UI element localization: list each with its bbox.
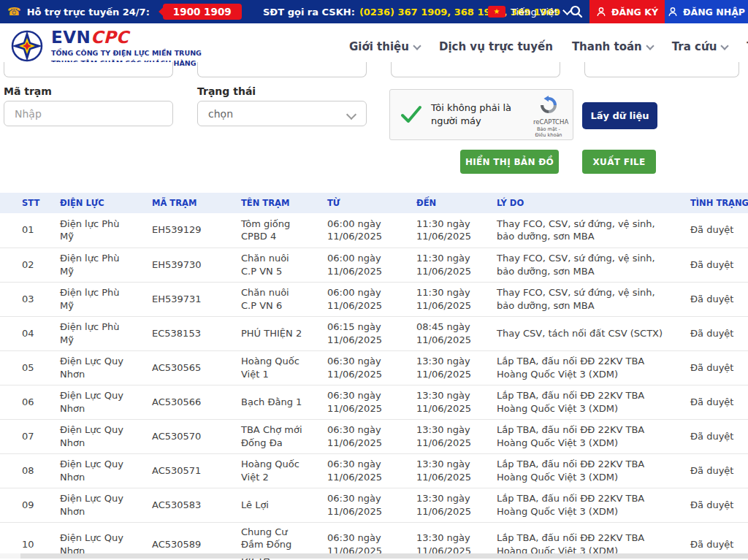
station-code-input[interactable]: Nhập xyxy=(4,101,173,126)
support-label: Hỗ trợ trực tuyến 24/7: xyxy=(27,7,150,18)
table-cell: Đã duyệt xyxy=(677,282,748,316)
register-button[interactable]: ĐĂNG KÝ xyxy=(589,0,665,23)
topbar-support: ☎ Hỗ trợ trực tuyến 24/7: 1900 1909 xyxy=(0,4,242,20)
table-header-row: STTĐIỆN LỰCMÃ TRẠMTÊN TRẠMTỪĐẾNLÝ DOTÌNH… xyxy=(0,193,748,213)
table-row: 02Điện lực Phù MỹEH539730Chăn nuôi C.P V… xyxy=(0,248,748,282)
org-line1: TỔNG CÔNG TY ĐIỆN LỰC MIỀN TRUNG xyxy=(51,48,202,58)
table-cell: Đã duyệt xyxy=(677,248,748,282)
table-cell: 09 xyxy=(0,488,47,522)
table-cell: 06:30 ngày 11/06/2025 xyxy=(314,385,403,419)
column-header: LÝ DO xyxy=(484,193,677,213)
topbar: ☎ Hỗ trợ trực tuyến 24/7: 1900 1909 SĐT … xyxy=(0,0,748,23)
table-cell: 06:00 ngày 11/06/2025 xyxy=(314,282,403,316)
nav-item[interactable]: Giới thiệu xyxy=(349,40,420,53)
table-row: 08Điện Lực Quy NhơnAC530571Hoàng Quốc Vi… xyxy=(0,453,748,488)
evn-star-icon xyxy=(10,29,44,63)
table-cell: Bạch Đằng 1 xyxy=(228,385,314,419)
table-cell: 13:30 ngày 11/06/2025 xyxy=(403,419,484,453)
clipped-input-4[interactable] xyxy=(584,62,739,77)
table-cell: Chăn nuôi C.P VN 5 xyxy=(228,248,314,282)
table-cell: 07 xyxy=(0,419,47,453)
table-cell: Hoàng Quốc Việt 1 xyxy=(228,350,314,385)
table-cell: Điện Lực Quy Nhơn xyxy=(47,350,139,385)
login-label: ĐĂNG NHẬP xyxy=(683,7,745,18)
table-cell: Thay FCO, CSV, sứ đứng, vệ sinh, bảo dưỡ… xyxy=(484,282,677,316)
table-row: 01Điện lực Phù MỹEH539129Tôm giống CPBD … xyxy=(0,213,748,248)
table-cell: 11:30 ngày 11/06/2025 xyxy=(403,248,484,282)
language-label: Tiếng Việt xyxy=(511,7,558,18)
brand-evn: EVN xyxy=(51,28,91,47)
table-cell: Thay FCO, CSV, sứ đứng, vệ sinh, bảo dưỡ… xyxy=(484,248,677,282)
column-header: TÊN TRẠM xyxy=(228,193,314,213)
table-cell: Điện lực Phù Mỹ xyxy=(47,248,139,282)
table-row: 06Điện Lực Quy NhơnAC530566Bạch Đằng 106… xyxy=(0,385,748,419)
hotline-badge[interactable]: 1900 1909 xyxy=(163,4,242,20)
show-map-button[interactable]: HIỂN THỊ BẢN ĐỒ xyxy=(460,150,559,174)
recaptcha-widget[interactable]: Tôi không phải là người máy reCAPTCHA Bả… xyxy=(389,89,573,140)
get-data-button[interactable]: Lấy dữ liệu xyxy=(582,102,657,129)
table-cell: AC530566 xyxy=(139,385,228,419)
table-cell: EH539730 xyxy=(139,248,228,282)
clipped-input-1[interactable] xyxy=(4,62,173,77)
chevron-down-icon xyxy=(346,110,356,120)
clipped-input-2[interactable] xyxy=(197,62,367,77)
nav-item-label: Thanh toán xyxy=(572,40,642,53)
table-cell: 04 xyxy=(0,316,47,350)
search-icon[interactable] xyxy=(568,4,584,20)
clipped-input-3[interactable] xyxy=(391,62,560,77)
chevron-down-icon xyxy=(721,42,729,50)
user-icon xyxy=(596,7,606,17)
table-cell: Tôm giống CPBD 4 xyxy=(228,213,314,248)
brand-cpc: CPC xyxy=(91,28,129,47)
column-header: MÃ TRẠM xyxy=(139,193,228,213)
table-row: 05Điện Lực Quy NhơnAC530565Hoàng Quốc Vi… xyxy=(0,350,748,385)
table-cell: 06:00 ngày 11/06/2025 xyxy=(314,213,403,248)
table-cell: Thay FCO, CSV, sứ đứng, vệ sinh, bảo dưỡ… xyxy=(484,213,677,248)
export-file-button[interactable]: XUẤT FILE xyxy=(582,150,656,174)
nav-item[interactable]: Thanh toán xyxy=(572,40,653,53)
station-code-placeholder: Nhập xyxy=(15,108,42,120)
language-selector[interactable]: Tiếng Việt xyxy=(511,0,570,23)
table-cell: 01 xyxy=(0,213,47,248)
phone-icon: ☎ xyxy=(7,7,21,18)
table-cell: 05 xyxy=(0,350,47,385)
table-cell: Điện lực Phù Mỹ xyxy=(47,213,139,248)
nav-item-label: Tra cứu xyxy=(672,40,717,53)
horizontal-scrollbar-thumb[interactable] xyxy=(20,553,748,559)
status-label: Trạng thái xyxy=(197,85,256,97)
table-row: 09Điện Lực Quy NhơnAC530583Lê Lợi06:30 n… xyxy=(0,488,748,522)
table-cell: AC530583 xyxy=(139,488,228,522)
nav-item[interactable]: Tra cứu xyxy=(672,40,728,53)
checkmark-icon xyxy=(400,105,422,124)
table-cell: 13:30 ngày 11/06/2025 xyxy=(403,385,484,419)
recaptcha-links[interactable]: Bảo mật - Điều khoản xyxy=(533,126,564,138)
table-cell: Điện Lực Quy Nhơn xyxy=(47,419,139,453)
table-cell: Lắp TBA, đấu nối ĐĐ 22KV TBA Hoàng Quốc … xyxy=(484,488,677,522)
table-cell: Hoàng Quốc Việt 2 xyxy=(228,453,314,488)
table-cell: Đã duyệt xyxy=(677,385,748,419)
table-cell: 08 xyxy=(0,453,47,488)
table-cell: 11:30 ngày 11/06/2025 xyxy=(403,213,484,248)
user-icon xyxy=(668,7,678,17)
table-row: 07Điện Lực Quy NhơnAC530570TBA Chợ mới Đ… xyxy=(0,419,748,453)
table-cell: 13:30 ngày 11/06/2025 xyxy=(403,453,484,488)
table-cell: 06:30 ngày 11/06/2025 xyxy=(314,453,403,488)
column-header: ĐẾN xyxy=(403,193,484,213)
status-select[interactable]: chọn xyxy=(197,101,367,126)
table-cell: 03 xyxy=(0,282,47,316)
table-cell: 06:30 ngày 11/06/2025 xyxy=(314,488,403,522)
table-cell: 06 xyxy=(0,385,47,419)
login-button[interactable]: ĐĂNG NHẬP xyxy=(665,0,748,23)
table-cell: PHÚ THIỆN 2 xyxy=(228,316,314,350)
table-cell: Lắp TBA, đấu nối ĐĐ 22KV TBA Hoàng Quốc … xyxy=(484,419,677,453)
outage-table: STTĐIỆN LỰCMÃ TRẠMTÊN TRẠMTỪĐẾNLÝ DOTÌNH… xyxy=(0,193,748,560)
table-cell: Điện Lực Quy Nhơn xyxy=(47,385,139,419)
register-label: ĐĂNG KÝ xyxy=(611,7,658,18)
nav-item[interactable]: Dịch vụ trực tuyến xyxy=(439,40,553,53)
table-cell: EH539731 xyxy=(139,282,228,316)
table-row: 04Điện lực Phù MỹEC538153PHÚ THIỆN 206:1… xyxy=(0,316,748,350)
table-cell: Lắp TBA, đấu nối ĐĐ 22KV TBA Hoàng Quốc … xyxy=(484,453,677,488)
table-cell: Điện lực Phù Mỹ xyxy=(47,316,139,350)
table-cell: AC530565 xyxy=(139,350,228,385)
table-cell: 02 xyxy=(0,248,47,282)
